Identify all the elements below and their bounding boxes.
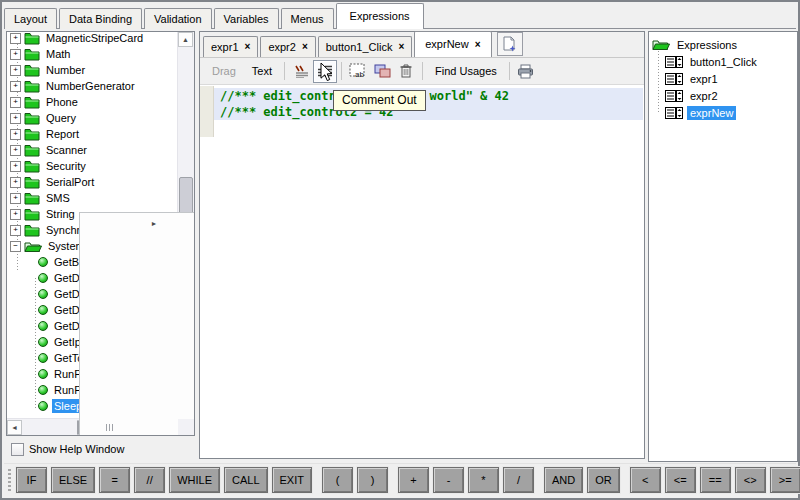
tree-item-label: MagneticStripeCard	[44, 31, 145, 45]
plus-button[interactable]: +	[398, 467, 429, 493]
tree-item-folder[interactable]: + Phone	[7, 94, 177, 110]
tree-item-folder[interactable]: + Query	[7, 110, 177, 126]
print-button[interactable]	[514, 60, 538, 83]
tree-item-folder[interactable]: + NumberGenerator	[7, 78, 177, 94]
folder-icon	[24, 64, 40, 77]
expression-item[interactable]: expr2	[649, 87, 797, 104]
plus-box-icon[interactable]: +	[10, 65, 21, 76]
text-mode-button[interactable]: Text	[244, 65, 280, 77]
tree-item-folder[interactable]: + Report	[7, 126, 177, 142]
tree-item-folder[interactable]: + SMS	[7, 190, 177, 206]
tree-item-label: Security	[44, 159, 88, 173]
equal-button[interactable]: ==	[700, 467, 731, 493]
code-line-2[interactable]: //*** edit_control2 = 42	[214, 104, 643, 120]
doc-tab-expr2[interactable]: expr2 ×	[260, 36, 315, 57]
tree-item-folder[interactable]: + SerialPort	[7, 174, 177, 190]
doc-tab-button1-click[interactable]: button1_Click ×	[318, 36, 413, 57]
scroll-up-icon[interactable]: ▲	[178, 32, 193, 47]
tab-data-binding[interactable]: Data Binding	[59, 8, 142, 29]
function-orb-icon	[38, 353, 48, 363]
arith-group: + - * /	[398, 467, 534, 493]
and-button[interactable]: AND	[544, 467, 583, 493]
call-button[interactable]: CALL	[224, 467, 268, 493]
plus-box-icon[interactable]: +	[10, 209, 21, 220]
plus-box-icon[interactable]: +	[10, 49, 21, 60]
plus-box-icon[interactable]: +	[10, 81, 21, 92]
assign-button[interactable]: =	[99, 467, 130, 493]
doc-tab-expr1[interactable]: expr1 ×	[203, 36, 258, 57]
expressions-root[interactable]: Expressions	[649, 36, 797, 53]
close-icon[interactable]: ×	[398, 42, 404, 52]
if-button[interactable]: IF	[16, 467, 47, 493]
comment-button[interactable]: //	[134, 467, 165, 493]
while-button[interactable]: WHILE	[169, 467, 220, 493]
horizontal-scrollbar[interactable]: ◄ ►	[7, 418, 178, 435]
close-paren-button[interactable]: )	[357, 467, 388, 493]
folder-open-icon	[652, 38, 670, 51]
function-orb-icon	[38, 369, 48, 379]
multiply-button[interactable]: *	[468, 467, 499, 493]
tab-layout[interactable]: Layout	[4, 8, 57, 29]
greater-equal-button[interactable]: >=	[770, 467, 800, 493]
plus-box-icon[interactable]: +	[10, 193, 21, 204]
tree-item-folder[interactable]: + Math	[7, 46, 177, 62]
tab-validation[interactable]: Validation	[144, 8, 212, 29]
plus-box-icon[interactable]: +	[10, 113, 21, 124]
minus-box-icon[interactable]: −	[10, 241, 21, 252]
scroll-left-icon[interactable]: ◄	[7, 420, 22, 435]
exit-button[interactable]: EXIT	[272, 467, 312, 493]
tree-item-label: SerialPort	[44, 175, 96, 189]
less-equal-button[interactable]: <=	[665, 467, 696, 493]
plus-box-icon[interactable]: +	[10, 129, 21, 140]
folder-icon	[24, 80, 40, 93]
tree-item-folder[interactable]: + MagneticStripeCard	[7, 31, 177, 46]
expression-item-selected[interactable]: exprNew	[649, 104, 797, 121]
tree-item-folder[interactable]: + Scanner	[7, 142, 177, 158]
close-icon[interactable]: ×	[302, 42, 308, 52]
rename-icon: ab	[349, 63, 367, 79]
trash-icon	[399, 63, 413, 79]
scrollbar-thumb[interactable]	[77, 420, 79, 435]
delete-button[interactable]	[394, 60, 418, 83]
open-paren-button[interactable]: (	[322, 467, 353, 493]
tree-item-folder[interactable]: + Security	[7, 158, 177, 174]
printer-icon	[517, 64, 534, 79]
less-button[interactable]: <	[630, 467, 661, 493]
new-expression-icon	[502, 36, 517, 52]
tab-variables[interactable]: Variables	[214, 8, 279, 29]
close-icon[interactable]: ×	[245, 42, 251, 52]
tab-menus[interactable]: Menus	[281, 8, 334, 29]
show-in-tree-button[interactable]	[370, 60, 394, 83]
doc-tab-exprnew[interactable]: exprNew ×	[414, 31, 491, 57]
toolbar-grip[interactable]	[8, 469, 11, 491]
plus-box-icon[interactable]: +	[10, 145, 21, 156]
else-button[interactable]: ELSE	[51, 467, 95, 493]
expression-item[interactable]: expr1	[649, 70, 797, 87]
plus-box-icon[interactable]: +	[10, 97, 21, 108]
divide-button[interactable]: /	[503, 467, 534, 493]
show-help-checkbox[interactable]	[11, 443, 24, 456]
tab-expressions[interactable]: Expressions	[336, 3, 424, 29]
code-editor[interactable]: //*** edit_control1 = "hello world" & 42…	[200, 86, 644, 458]
plus-box-icon[interactable]: +	[10, 161, 21, 172]
plus-box-icon[interactable]: +	[10, 225, 21, 236]
not-equal-button[interactable]: <>	[735, 467, 766, 493]
find-usages-button[interactable]: Find Usages	[427, 65, 505, 77]
uncomment-button[interactable]	[289, 60, 313, 83]
rename-button[interactable]: ab	[346, 60, 370, 83]
compare-group: < <= == <> >= >	[630, 467, 800, 493]
show-help-row: Show Help Window	[11, 441, 124, 457]
expression-item-icon	[665, 56, 683, 68]
folder-icon	[24, 48, 40, 61]
or-button[interactable]: OR	[587, 467, 620, 493]
tree-item-folder[interactable]: + Number	[7, 62, 177, 78]
scroll-right-icon[interactable]: ►	[79, 212, 195, 437]
minus-button[interactable]: -	[433, 467, 464, 493]
new-expression-button[interactable]	[497, 32, 523, 56]
drag-mode-button[interactable]: Drag	[204, 65, 244, 77]
close-icon[interactable]: ×	[475, 40, 481, 50]
expression-item[interactable]: button1_Click	[649, 53, 797, 70]
plus-box-icon[interactable]: +	[10, 33, 21, 44]
code-line-1[interactable]: //*** edit_control1 = "hello world" & 42	[214, 88, 643, 104]
plus-box-icon[interactable]: +	[10, 177, 21, 188]
